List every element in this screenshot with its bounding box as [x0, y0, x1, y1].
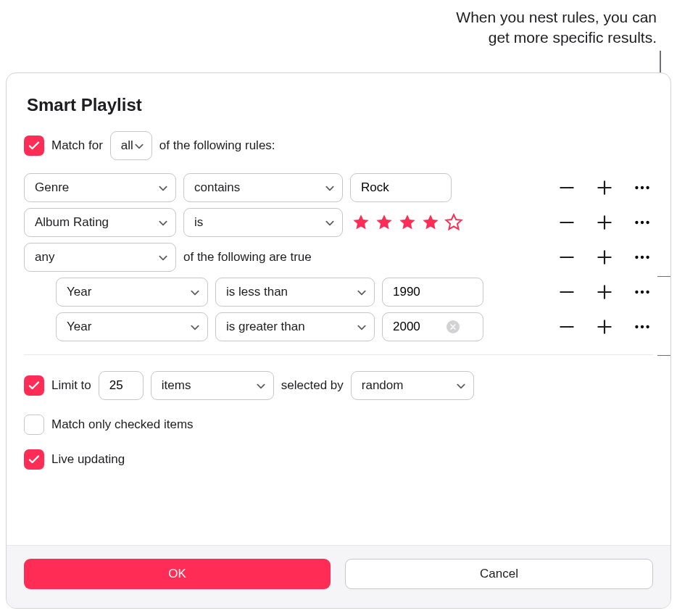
chevron-down-icon	[190, 287, 200, 297]
add-rule-button[interactable]	[594, 177, 615, 199]
ellipsis-icon	[633, 248, 652, 267]
nested-rule-row: Year is greater than	[24, 309, 653, 344]
plus-icon	[595, 283, 614, 301]
remove-rule-button[interactable]	[556, 246, 578, 268]
add-rule-button[interactable]	[594, 212, 615, 233]
add-rule-button[interactable]	[594, 281, 615, 303]
svg-point-3	[635, 221, 638, 224]
rule-value-text[interactable]	[391, 319, 441, 335]
svg-point-14	[646, 325, 649, 328]
close-icon	[449, 323, 457, 330]
ok-button[interactable]: OK	[24, 559, 331, 589]
more-rule-button[interactable]	[631, 212, 653, 233]
chevron-down-icon	[190, 322, 200, 332]
more-rule-button[interactable]	[631, 246, 653, 268]
rule-value-text[interactable]	[391, 284, 449, 300]
nested-mode-select[interactable]: any	[24, 243, 176, 272]
limit-sort-select[interactable]: random	[351, 371, 474, 400]
rule-field-select[interactable]: Year	[56, 312, 208, 341]
dialog-title: Smart Playlist	[27, 95, 653, 115]
rule-value-text[interactable]	[360, 180, 418, 196]
star-empty-icon[interactable]	[444, 213, 463, 232]
callout-line-2: get more specific results.	[456, 28, 657, 48]
rule-operator-select[interactable]: contains	[183, 173, 343, 202]
match-only-checked-label: Match only checked items	[51, 417, 194, 432]
rule-field-select[interactable]: Album Rating	[24, 208, 176, 237]
rule-value-input[interactable]	[350, 173, 452, 202]
chevron-down-icon	[158, 252, 168, 262]
more-rule-button[interactable]	[631, 281, 653, 303]
star-filled-icon[interactable]	[398, 213, 417, 232]
svg-point-10	[641, 291, 644, 294]
svg-point-11	[646, 291, 649, 294]
rule-field-value: Album Rating	[35, 215, 109, 230]
chevron-down-icon	[357, 322, 367, 332]
star-filled-icon[interactable]	[352, 213, 370, 232]
svg-point-5	[646, 221, 649, 224]
svg-point-7	[641, 256, 644, 259]
minus-icon	[557, 283, 576, 301]
rule-operator-select[interactable]: is less than	[215, 278, 375, 307]
minus-icon	[557, 213, 576, 232]
plus-icon	[595, 248, 614, 267]
callout-text: When you nest rules, you can get more sp…	[456, 7, 657, 49]
star-rating[interactable]	[350, 213, 463, 232]
match-only-checked-checkbox[interactable]	[24, 415, 44, 435]
rule-field-value: Year	[67, 320, 91, 334]
match-checkbox[interactable]	[24, 136, 44, 156]
more-rule-button[interactable]	[631, 316, 653, 338]
svg-point-1	[641, 186, 644, 189]
remove-rule-button[interactable]	[556, 177, 578, 199]
rule-operator-value: contains	[194, 180, 240, 195]
limit-value-text[interactable]	[108, 378, 134, 394]
svg-point-0	[635, 186, 638, 189]
rule-field-value: Genre	[35, 180, 69, 195]
ellipsis-icon	[633, 317, 652, 336]
check-icon	[28, 454, 40, 465]
more-rule-button[interactable]	[631, 177, 653, 199]
limit-unit-select[interactable]: items	[151, 371, 274, 400]
check-icon	[28, 140, 40, 151]
match-suffix-label: of the following rules:	[159, 138, 275, 153]
check-icon	[28, 380, 40, 391]
rule-row: Album Rating is	[24, 205, 653, 240]
chevron-down-icon	[158, 217, 168, 228]
live-updating-checkbox[interactable]	[24, 449, 44, 470]
divider	[24, 354, 653, 355]
star-filled-icon[interactable]	[375, 213, 394, 232]
dialog-footer: OK Cancel	[7, 545, 670, 608]
cancel-button[interactable]: Cancel	[345, 559, 653, 589]
remove-rule-button[interactable]	[556, 281, 578, 303]
match-mode-select[interactable]: all	[110, 131, 152, 160]
chevron-down-icon	[158, 183, 168, 193]
add-rule-button[interactable]	[594, 316, 615, 338]
rule-field-value: Year	[67, 285, 91, 299]
svg-point-12	[635, 325, 638, 328]
rule-value-input[interactable]	[382, 312, 483, 341]
svg-point-8	[646, 256, 649, 259]
rule-operator-select[interactable]: is greater than	[215, 312, 375, 341]
rule-field-select[interactable]: Year	[56, 278, 208, 307]
limit-value-input[interactable]	[99, 371, 144, 400]
nested-suffix-label: of the following are true	[183, 250, 312, 265]
rule-operator-value: is less than	[226, 285, 288, 299]
chevron-down-icon	[357, 287, 367, 297]
remove-rule-button[interactable]	[556, 316, 578, 338]
minus-icon	[557, 317, 576, 336]
match-prefix-label: Match for	[51, 138, 103, 153]
rule-field-select[interactable]: Genre	[24, 173, 176, 202]
remove-rule-button[interactable]	[556, 212, 578, 233]
rule-operator-select[interactable]: is	[183, 208, 343, 237]
rule-value-input[interactable]	[382, 278, 483, 307]
nested-rule-row: Year is less than	[24, 275, 653, 309]
ellipsis-icon	[633, 283, 652, 301]
limit-unit-value: items	[162, 378, 191, 393]
add-rule-button[interactable]	[594, 246, 615, 268]
star-filled-icon[interactable]	[421, 213, 440, 232]
limit-label: Limit to	[51, 378, 91, 393]
svg-point-6	[635, 256, 638, 259]
limit-checkbox[interactable]	[24, 375, 44, 396]
plus-icon	[595, 213, 614, 232]
nested-group-row: any of the following are true	[24, 240, 653, 275]
clear-input-button[interactable]	[447, 320, 460, 333]
